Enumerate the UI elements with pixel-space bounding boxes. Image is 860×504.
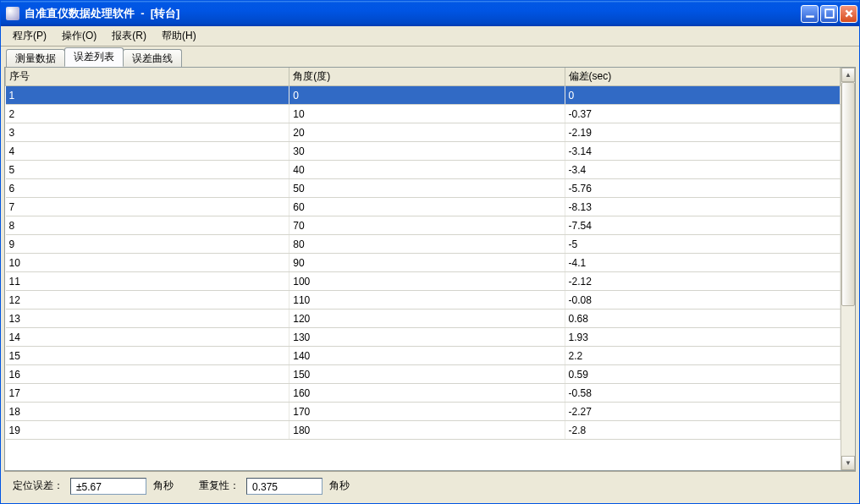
table-row[interactable]: 12110-0.08 [6,291,841,310]
app-icon [6,7,19,20]
table-row[interactable]: 131200.68 [6,310,841,328]
cell-angle: 40 [289,161,565,179]
positioning-error-unit: 角秒 [153,479,174,493]
cell-dev: -0.08 [565,291,840,310]
titlebar[interactable]: 自准直仪数据处理软件 - [转台] [1,1,859,26]
col-index[interactable]: 序号 [6,68,289,86]
cell-dev: -3.14 [565,142,840,161]
menubar: 程序(P) 操作(O) 报表(R) 帮助(H) [1,26,859,47]
menu-help[interactable]: 帮助(H) [155,27,203,45]
table-body: 100210-0.37320-2.19430-3.14540-3.4650-5.… [6,86,841,440]
error-table: 序号 角度(度) 偏差(sec) 100210-0.37320-2.19430-… [5,68,841,440]
tab-measure[interactable]: 测量数据 [6,49,65,68]
cell-idx: 13 [6,310,289,328]
app-window: 自准直仪数据处理软件 - [转台] 程序(P) 操作(O) 报表(R) 帮助(H… [0,0,860,504]
cell-idx: 17 [6,384,289,403]
table-row[interactable]: 161500.59 [6,365,841,384]
cell-idx: 10 [6,254,289,272]
cell-idx: 15 [6,347,289,365]
cell-dev: 0 [565,86,840,105]
menu-report[interactable]: 报表(R) [105,27,153,45]
table-row[interactable]: 980-5 [6,235,841,254]
cell-idx: 14 [6,328,289,347]
cell-idx: 3 [6,123,289,142]
cell-angle: 10 [289,105,565,123]
table-row[interactable]: 100 [6,86,841,105]
cell-idx: 7 [6,198,289,216]
cell-idx: 19 [6,421,289,440]
table-row[interactable]: 1090-4.1 [6,254,841,272]
cell-dev: -5 [565,235,840,254]
chevron-down-icon: ▼ [845,459,852,467]
tab-errorcurve[interactable]: 误差曲线 [123,49,182,68]
cell-angle: 180 [289,421,565,440]
table-row[interactable]: 650-5.76 [6,179,841,198]
cell-dev: -0.58 [565,384,840,403]
col-angle[interactable]: 角度(度) [289,68,565,86]
cell-dev: 0.59 [565,365,840,384]
table-row[interactable]: 141301.93 [6,328,841,347]
cell-angle: 80 [289,235,565,254]
table-row[interactable]: 19180-2.8 [6,421,841,440]
scroll-down-button[interactable]: ▼ [841,456,855,470]
cell-idx: 1 [6,86,289,105]
table-row[interactable]: 870-7.54 [6,216,841,235]
tab-strip: 测量数据 误差列表 误差曲线 [6,50,856,67]
tab-panel-errorlist: 序号 角度(度) 偏差(sec) 100210-0.37320-2.19430-… [4,67,856,471]
table-row[interactable]: 151402.2 [6,347,841,365]
cell-idx: 4 [6,142,289,161]
maximize-button[interactable] [820,5,838,23]
cell-dev: -3.4 [565,161,840,179]
cell-dev: -0.37 [565,105,840,123]
cell-dev: 1.93 [565,328,840,347]
scroll-track[interactable] [841,82,855,456]
window-title: 自准直仪数据处理软件 - [转台] [25,6,801,21]
cell-idx: 9 [6,235,289,254]
window-buttons [801,5,857,23]
cell-angle: 30 [289,142,565,161]
cell-angle: 70 [289,216,565,235]
cell-angle: 140 [289,347,565,365]
table-row[interactable]: 11100-2.12 [6,272,841,291]
minimize-button[interactable] [801,5,819,23]
menu-program[interactable]: 程序(P) [6,27,53,45]
cell-idx: 12 [6,291,289,310]
cell-angle: 50 [289,179,565,198]
cell-angle: 170 [289,403,565,421]
close-button[interactable] [840,5,857,23]
svg-rect-0 [806,15,814,17]
table-scroll-area[interactable]: 序号 角度(度) 偏差(sec) 100210-0.37320-2.19430-… [5,68,841,470]
table-row[interactable]: 430-3.14 [6,142,841,161]
scroll-up-button[interactable]: ▲ [841,68,855,82]
cell-angle: 60 [289,198,565,216]
vertical-scrollbar[interactable]: ▲ ▼ [841,68,855,470]
scroll-thumb[interactable] [841,82,855,306]
cell-idx: 2 [6,105,289,123]
cell-dev: -2.19 [565,123,840,142]
cell-idx: 5 [6,161,289,179]
table-container: 序号 角度(度) 偏差(sec) 100210-0.37320-2.19430-… [5,68,855,470]
positioning-error-label: 定位误差： [13,479,63,493]
positioning-error-value: ±5.67 [70,478,146,495]
table-row[interactable]: 18170-2.27 [6,403,841,421]
cell-angle: 160 [289,384,565,403]
table-row[interactable]: 17160-0.58 [6,384,841,403]
svg-rect-1 [825,9,834,18]
table-row[interactable]: 540-3.4 [6,161,841,179]
cell-angle: 90 [289,254,565,272]
cell-dev: 2.2 [565,347,840,365]
table-row[interactable]: 210-0.37 [6,105,841,123]
status-bar: 定位误差： ±5.67 角秒 重复性： 0.375 角秒 [4,471,856,500]
cell-dev: -7.54 [565,216,840,235]
close-icon [844,8,854,19]
cell-dev: -4.1 [565,254,840,272]
maximize-icon [824,8,835,19]
repeatability-label: 重复性： [199,479,240,493]
tab-errorlist[interactable]: 误差列表 [64,47,124,67]
menu-operate[interactable]: 操作(O) [55,27,103,45]
col-dev[interactable]: 偏差(sec) [565,68,840,86]
table-row[interactable]: 320-2.19 [6,123,841,142]
repeatability-unit: 角秒 [329,479,350,493]
cell-dev: 0.68 [565,310,840,328]
table-row[interactable]: 760-8.13 [6,198,841,216]
